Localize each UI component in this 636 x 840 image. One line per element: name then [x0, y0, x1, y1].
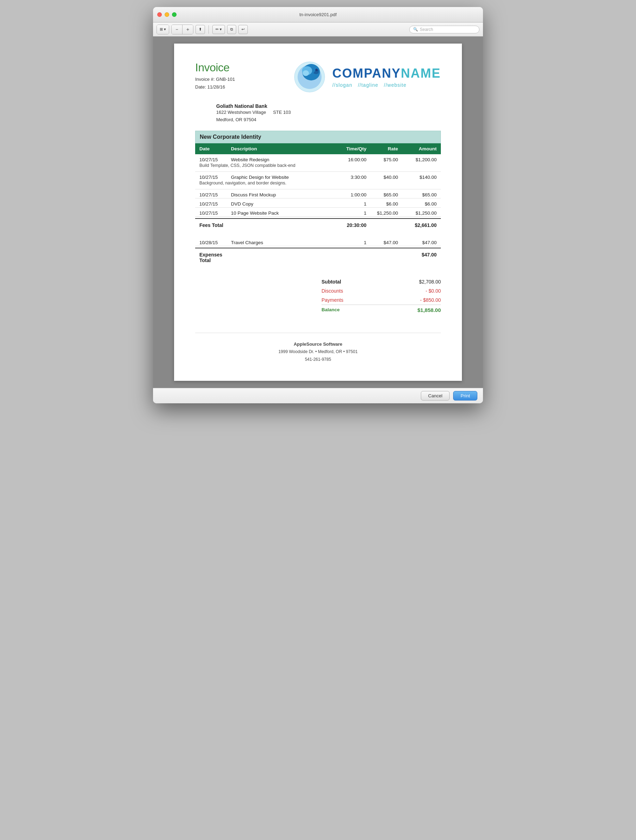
expense-amount-0: $47.00 [398, 240, 437, 245]
item-subdesc-0: Build Template, CSS, JSON compatible bac… [195, 163, 441, 171]
line-item-4: 10/27/15 10 Page Website Pack 1 $1,250.0… [195, 208, 441, 217]
maximize-button[interactable] [172, 12, 176, 17]
expenses-total-amount: $47.00 [398, 252, 437, 263]
expenses-rate-spacer [367, 252, 398, 263]
svg-point-5 [315, 69, 318, 71]
item-desc-1: Graphic Design for Website [231, 175, 331, 180]
minimize-button[interactable] [165, 12, 169, 17]
bill-to: Goliath National Bank 1622 Westshown Vil… [195, 103, 441, 124]
footer-address: 1999 Woodside Dr. • Medford, OR • 97501 [195, 348, 441, 356]
zoom-in-button[interactable]: ＋ [183, 25, 193, 34]
bill-to-city: Medford, OR 97504 [216, 116, 441, 124]
subtotal-label: Subtotal [321, 279, 341, 284]
sidebar-icon: ⊞ [160, 27, 163, 32]
invoice-date-value: 11/28/16 [208, 84, 225, 90]
item-amount-0: $1,200.00 [398, 157, 437, 162]
fees-total-time: 20:30:00 [331, 223, 367, 228]
th-time-qty: Time/Qty [331, 146, 367, 152]
annotate-button[interactable]: ✏ ▾ [213, 25, 225, 34]
item-qty-0: 16:00:00 [331, 157, 367, 162]
line-item-1: 10/27/15 Graphic Design for Website 3:30… [195, 172, 441, 189]
close-button[interactable] [157, 12, 162, 17]
zoom-group[interactable]: － ＋ [171, 25, 194, 35]
line-item-2: 10/27/15 Discuss First Mockup 1:00:00 $6… [195, 189, 441, 199]
toolbar-divider [208, 25, 209, 34]
expense-item-0: 10/28/15 Travel Charges 1 $47.00 $47.00 [195, 237, 441, 246]
slogan2: //tagline [358, 82, 378, 88]
item-qty-4: 1 [331, 210, 367, 216]
expenses-time-spacer [331, 252, 367, 263]
footer-phone: 541-261-9785 [195, 356, 441, 364]
item-amount-4: $1,250.00 [398, 210, 437, 216]
company-name-area: COMPANY NAME //slogan //tagline //websit… [332, 66, 441, 88]
discounts-label: Discounts [321, 288, 343, 294]
item-date-0: 10/27/15 [199, 157, 231, 162]
fees-total-label: Fees Total [199, 223, 231, 228]
slogan3: //website [384, 82, 406, 88]
share-button[interactable]: ⬆ [195, 25, 205, 34]
invoice-right: COMPANY NAME //slogan //tagline //websit… [294, 61, 441, 93]
pdf-area: Invoice Invoice #: GNB-101 Date: 11/28/1… [153, 36, 483, 388]
bill-to-address: 1622 Westshown Village STE 103 Medford, … [216, 109, 441, 124]
invoice-number-line: Invoice #: GNB-101 [195, 76, 235, 83]
discounts-row: Discounts - $0.00 [321, 286, 441, 295]
item-amount-1: $140.00 [398, 175, 437, 180]
item-amount-2: $65.00 [398, 192, 437, 197]
line-item-row-1: 10/27/15 Graphic Design for Website 3:30… [195, 172, 441, 181]
invoice-left: Invoice Invoice #: GNB-101 Date: 11/28/1… [195, 61, 235, 91]
item-date-1: 10/27/15 [199, 175, 231, 180]
line-item-row-0: 10/27/15 Website Redesign 16:00:00 $75.0… [195, 154, 441, 163]
zoom-out-button[interactable]: － [172, 25, 183, 34]
subtotal-row: Subtotal $2,708.00 [321, 277, 441, 286]
bill-to-suite: STE 103 [273, 109, 291, 116]
fees-total-spacer [231, 223, 331, 228]
toolbar: ⊞ ▾ － ＋ ⬆ ✏ ▾ ⧉ ↩ 🔍 Search [153, 22, 483, 36]
sidebar-toggle-group[interactable]: ⊞ ▾ [157, 25, 169, 35]
copy-icon: ⧉ [230, 27, 233, 32]
rotate-button[interactable]: ↩ [238, 25, 248, 34]
zoom-out-icon: － [175, 26, 179, 33]
item-qty-1: 3:30:00 [331, 175, 367, 180]
print-button[interactable]: Print [453, 391, 477, 401]
item-desc-4: 10 Page Website Pack [231, 210, 331, 216]
item-rate-1: $40.00 [367, 175, 398, 180]
bottom-bar: Cancel Print [153, 388, 483, 403]
search-box[interactable]: 🔍 Search [409, 26, 479, 33]
chevron-down-icon2: ▾ [220, 27, 222, 32]
line-item-0: 10/27/15 Website Redesign 16:00:00 $75.0… [195, 154, 441, 172]
balance-label: Balance [321, 307, 340, 313]
item-amount-3: $6.00 [398, 201, 437, 207]
bill-to-name: Goliath National Bank [216, 103, 441, 109]
item-date-2: 10/27/15 [199, 192, 231, 197]
expense-qty-0: 1 [331, 240, 367, 245]
svg-point-4 [302, 70, 309, 76]
cancel-button[interactable]: Cancel [421, 391, 450, 401]
company-name-line: COMPANY NAME [332, 66, 441, 81]
item-rate-2: $65.00 [367, 192, 398, 197]
line-item-row-4: 10/27/15 10 Page Website Pack 1 $1,250.0… [195, 208, 441, 216]
invoice-date-line: Date: 11/28/16 [195, 83, 235, 91]
item-desc-2: Discuss First Mockup [231, 192, 331, 197]
subtotal-value: $2,708.00 [419, 279, 441, 284]
footer-company-name: AppleSource Software [195, 340, 441, 348]
item-desc-0: Website Redesign [231, 157, 331, 162]
th-amount: Amount [398, 146, 437, 152]
item-date-3: 10/27/15 [199, 201, 231, 207]
payments-row: Payments - $850.00 [321, 295, 441, 305]
company-name-part1: COMPANY [332, 66, 401, 81]
fees-total-rate-spacer [367, 223, 398, 228]
invoice-date-label: Date: [195, 84, 206, 90]
item-subdesc-1: Background, navigation, and border desig… [195, 181, 441, 189]
company-logo [294, 61, 325, 93]
copy-button[interactable]: ⧉ [227, 25, 236, 34]
window-title: tn-invoice9201.pdf [299, 12, 337, 17]
item-qty-3: 1 [331, 201, 367, 207]
company-slogan: //slogan //tagline //website [332, 82, 441, 88]
fees-total-row: Fees Total 20:30:00 $2,661.00 [195, 218, 441, 232]
chevron-down-icon: ▾ [164, 27, 166, 32]
summary-area: Subtotal $2,708.00 Discounts - $0.00 Pay… [195, 274, 441, 315]
sidebar-toggle-button[interactable]: ⊞ ▾ [157, 25, 169, 34]
invoice-page: Invoice Invoice #: GNB-101 Date: 11/28/1… [174, 44, 462, 381]
item-rate-3: $6.00 [367, 201, 398, 207]
invoice-header: Invoice Invoice #: GNB-101 Date: 11/28/1… [195, 61, 441, 93]
